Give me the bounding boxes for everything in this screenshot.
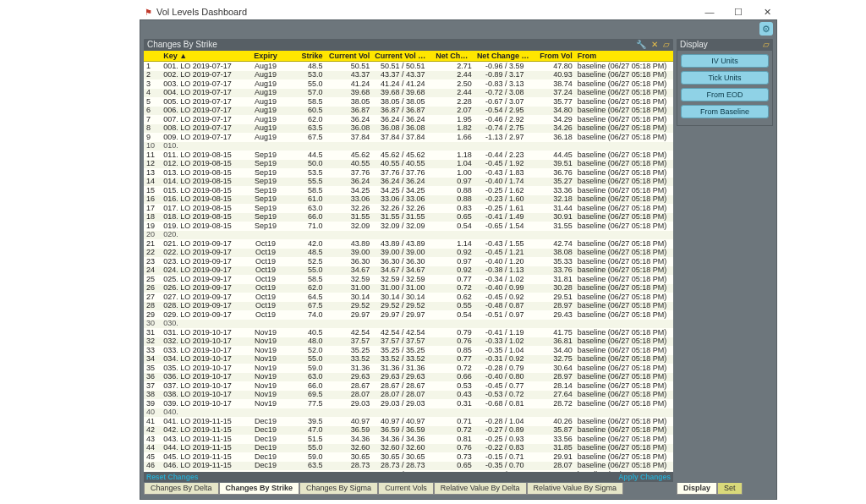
table-row[interactable]: 37037. LO 2019-10-17Nov1966.028.6728.67 … <box>144 381 673 391</box>
table-row[interactable]: 5005. LO 2019-07-17Aug1958.538.0538.05 /… <box>144 97 673 107</box>
reset-changes-button[interactable]: Reset Changes <box>144 473 200 481</box>
table-row[interactable]: 8008. LO 2019-07-17Aug1963.536.0836.08 /… <box>144 124 673 134</box>
table-row[interactable]: 43043. LO 2019-11-15Dec1951.534.3634.36 … <box>144 435 673 444</box>
table-row[interactable]: 40040. <box>144 408 673 418</box>
table-row[interactable]: 22022. LO 2019-09-17Oct1948.539.0039.00 … <box>144 249 673 258</box>
tab-changes-by-sigma[interactable]: Changes By Sigma <box>299 483 378 495</box>
column-header[interactable]: From Vol <box>535 52 575 60</box>
table-row[interactable]: 19019. LO 2019-08-15Sep1971.032.0932.09 … <box>144 222 673 231</box>
cell: 40.55 / 40.55 <box>372 160 433 167</box>
table-row[interactable]: 24024. LO 2019-09-17Oct1955.034.6734.67 … <box>144 266 673 276</box>
cell: -0.53 / 0.72 <box>474 391 535 398</box>
close-panel-icon[interactable]: ✕ <box>651 39 658 51</box>
table-row[interactable]: 44044. LO 2019-11-15Dec1955.032.6032.60 … <box>144 444 673 453</box>
table-row[interactable]: 16016. LO 2019-08-15Sep1961.033.0633.06 … <box>144 195 673 205</box>
table-row[interactable]: 17017. LO 2019-08-15Sep1963.032.2632.26 … <box>144 204 673 213</box>
close-button[interactable]: ✕ <box>757 7 777 18</box>
cell: 34.36 <box>325 436 372 443</box>
table-row[interactable]: 42042. LO 2019-11-15Dec1947.036.5936.59 … <box>144 426 673 436</box>
cell: 32.60 <box>325 444 372 452</box>
cell: Dec19 <box>243 462 288 469</box>
table-row[interactable]: 9009. LO 2019-07-17Aug1967.537.8437.84 /… <box>144 133 673 142</box>
table-row[interactable]: 27027. LO 2019-09-17Oct1964.530.1430.14 … <box>144 293 673 302</box>
display-iv-units-button[interactable]: IV Units <box>681 54 769 68</box>
table-row[interactable]: 7007. LO 2019-07-17Aug1962.036.2436.24 /… <box>144 115 673 124</box>
cell: baseline (06/27 05:18 PM) <box>575 329 673 337</box>
table-row[interactable]: 36036. LO 2019-10-17Nov1963.029.6329.63 … <box>144 373 673 382</box>
tab-relative-value-by-delta[interactable]: Relative Value By Delta <box>434 483 527 495</box>
cell: -0.89 / 3.17 <box>474 71 535 79</box>
tab-current-vols[interactable]: Current Vols <box>378 483 434 495</box>
column-header[interactable]: Current Vol <box>325 52 372 60</box>
table-row[interactable]: 11011. LO 2019-08-15Sep1944.545.6245.62 … <box>144 151 673 160</box>
cell: 29.91 <box>535 453 575 461</box>
table-row[interactable]: 12012. LO 2019-08-15Sep1950.040.5540.55 … <box>144 160 673 169</box>
table-row[interactable]: 33033. LO 2019-10-17Nov1952.035.2535.25 … <box>144 346 673 355</box>
table-row[interactable]: 1001. LO 2019-07-17Aug1948.550.5150.51 /… <box>144 62 673 71</box>
right-tab-display[interactable]: Display <box>677 483 717 495</box>
cell: 015. LO 2019-08-15 <box>161 187 243 194</box>
column-header[interactable]: Net Change Range <box>474 52 535 60</box>
cell: 38.05 <box>325 98 372 106</box>
table-row[interactable]: 26026. LO 2019-09-17Oct1962.031.0031.00 … <box>144 284 673 293</box>
table-row[interactable]: 2002. LO 2019-07-17Aug1953.043.3743.37 /… <box>144 71 673 80</box>
right-tab-set[interactable]: Set <box>717 483 743 495</box>
minimize-button[interactable]: — <box>699 7 720 17</box>
table-row[interactable]: 4004. LO 2019-07-17Aug1957.039.6839.68 /… <box>144 89 673 98</box>
expand-icon[interactable]: ▱ <box>663 39 670 51</box>
wrench-icon[interactable]: 🔧 <box>636 39 646 51</box>
display-from-eod-button[interactable]: From EOD <box>681 88 769 101</box>
table-row[interactable]: 32032. LO 2019-10-17Nov1948.037.5737.57 … <box>144 337 673 347</box>
tab-changes-by-delta[interactable]: Changes By Delta <box>144 483 219 495</box>
table-row[interactable]: 10010. <box>144 142 673 151</box>
cell: 2.50 <box>433 80 474 88</box>
cell: 39.51 <box>535 160 575 167</box>
table-row[interactable]: 31031. LO 2019-10-17Nov1940.542.5442.54 … <box>144 328 673 337</box>
cell: 0.83 <box>433 205 474 212</box>
data-table: Key ▲ExpiryStrikeCurrent VolCurrent Vol … <box>144 51 673 472</box>
cell: -0.38 / 1.13 <box>474 266 535 274</box>
gear-icon[interactable]: ⚙ <box>759 22 773 36</box>
table-row[interactable]: 21021. LO 2019-09-17Oct1942.043.8943.89 … <box>144 239 673 249</box>
table-row[interactable]: 38038. LO 2019-10-17Nov1969.528.0728.07 … <box>144 391 673 400</box>
column-header[interactable]: Key ▲ <box>161 52 243 60</box>
cell: 32.26 <box>325 205 372 212</box>
table-row[interactable]: 14014. LO 2019-08-15Sep1955.536.2436.24 … <box>144 178 673 187</box>
column-header[interactable]: From <box>575 52 673 60</box>
display-expand-icon[interactable]: ▱ <box>763 39 770 51</box>
cell: baseline (06/27 05:18 PM) <box>575 400 673 408</box>
cell: 2.44 <box>433 89 474 96</box>
table-row[interactable]: 46046. LO 2019-11-15Dec1963.528.7328.73 … <box>144 462 673 471</box>
column-header[interactable]: Current Vol Range <box>372 52 433 60</box>
table-row[interactable]: 25025. LO 2019-09-17Oct1958.532.5932.59 … <box>144 275 673 284</box>
cell: 022. LO 2019-09-17 <box>161 249 243 256</box>
apply-changes-button[interactable]: Apply Changes <box>616 473 673 481</box>
table-row[interactable]: 13013. LO 2019-08-15Sep1953.537.7637.76 … <box>144 168 673 178</box>
table-row[interactable]: 15015. LO 2019-08-15Sep1958.534.2534.25 … <box>144 186 673 195</box>
table-row[interactable]: 6006. LO 2019-07-17Aug1960.536.8736.87 /… <box>144 107 673 116</box>
display-tick-units-button[interactable]: Tick Units <box>681 71 769 85</box>
tab-changes-by-strike[interactable]: Changes By Strike <box>219 483 300 495</box>
column-header[interactable]: Expiry <box>243 52 288 60</box>
table-row[interactable]: 3003. LO 2019-07-17Aug1955.041.2441.24 /… <box>144 79 673 89</box>
table-row[interactable]: 39039. LO 2019-10-17Nov1977.529.0329.03 … <box>144 399 673 408</box>
column-header[interactable]: Net Chan... <box>433 52 474 60</box>
cell: baseline (06/27 05:18 PM) <box>575 347 673 354</box>
table-row[interactable]: 23023. LO 2019-09-17Oct1952.536.3036.30 … <box>144 257 673 266</box>
tab-relative-value-by-sigma[interactable]: Relative Value By Sigma <box>527 483 623 495</box>
table-row[interactable]: 18018. LO 2019-08-15Sep1966.031.5531.55 … <box>144 213 673 222</box>
display-from-baseline-button[interactable]: From Baseline <box>681 105 769 118</box>
table-row[interactable]: 34034. LO 2019-10-17Nov1955.033.5233.52 … <box>144 355 673 364</box>
table-row[interactable]: 41041. LO 2019-11-15Dec1939.540.9740.97 … <box>144 417 673 426</box>
column-header[interactable]: Strike <box>288 52 325 60</box>
maximize-button[interactable]: ☐ <box>728 7 748 18</box>
table-row[interactable]: 20020. <box>144 231 673 240</box>
table-row[interactable]: 30030. <box>144 320 673 329</box>
cell: -0.15 / 0.71 <box>474 453 535 461</box>
table-row[interactable]: 45045. LO 2019-11-15Dec1959.030.6530.65 … <box>144 452 673 462</box>
cell: baseline (06/27 05:18 PM) <box>575 63 673 70</box>
table-row[interactable]: 35035. LO 2019-10-17Nov1959.031.3631.36 … <box>144 364 673 373</box>
cell: baseline (06/27 05:18 PM) <box>575 337 673 345</box>
table-row[interactable]: 28028. LO 2019-09-17Oct1967.529.5229.52 … <box>144 302 673 311</box>
table-row[interactable]: 29029. LO 2019-09-17Oct1974.029.9729.97 … <box>144 310 673 320</box>
